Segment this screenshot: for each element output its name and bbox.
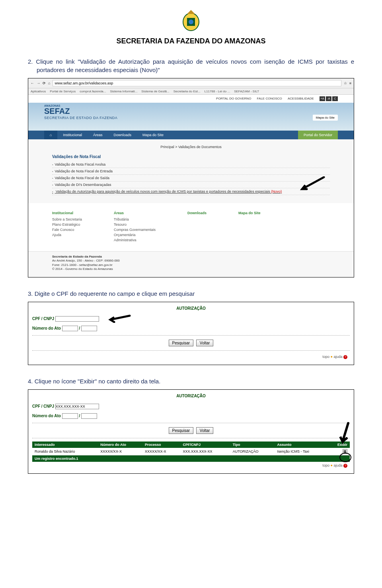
nav-areas[interactable]: Áreas [88,131,108,139]
novo-badge: (Novo) [271,189,282,193]
home-icon[interactable]: ⌂ [48,81,50,85]
th-processo: Processo [142,441,180,448]
cell-interessado: Ronaldo da Silva Nazário [32,448,98,455]
footer-link[interactable]: Tesouro [114,223,156,227]
bookmark-item[interactable]: Aplicativos [31,90,46,93]
footer-link[interactable]: Orçamentária [114,233,156,237]
bookmark-item[interactable]: Portal de Serviços [50,90,76,93]
step-3-body: Digite o CPF do requerente no campo e cl… [35,290,195,297]
sefaz-logo-text: SEFAZ [44,107,338,116]
address-l3: Fone: 2121-1600 - sefaz@sefaz.am.gov.br [52,263,330,267]
pesquisar-button[interactable]: Pesquisar [169,427,193,434]
step-3-num: 3. [28,290,33,297]
bookmark-item[interactable]: Secretaria do Est... [173,90,201,93]
footer-columns: Institucional Sobre a Secretaria Plano E… [28,203,354,251]
help-icon[interactable]: ? [343,464,347,468]
arrow-pointer-icon [337,422,353,445]
topo-link[interactable]: topo [322,355,329,359]
sefaz-banner: AMAZONAS SEFAZ SECRETARIA DE ESTADO DA F… [28,103,354,131]
footer-link[interactable]: Fale Conosco [52,228,82,232]
ato-sep: / [79,413,80,418]
url-bar[interactable]: www.sefaz.am.gov.br/validacoes.asp [53,80,341,86]
cpf-input[interactable] [55,404,99,409]
nav-forward-icon[interactable]: → [37,81,40,85]
pesquisar-button[interactable]: Pesquisar [169,340,193,346]
nav-downloads[interactable]: Downloads [108,131,137,139]
screenshot-sefaz-portal: ← → ⟳ ⌂ www.sefaz.am.gov.br/validacoes.a… [28,78,354,277]
bookmark-item[interactable]: SEFAZ/AM - SILT [234,90,259,93]
font-increase-icon[interactable]: +A [320,96,325,101]
screenshot-autorizacao-result: AUTORIZAÇÃO CPF / CNPJ Número do Ato / P… [28,389,354,474]
cell-cpf: XXX.XXX.XXX-XX [180,448,230,455]
browser-toolbar: ← → ⟳ ⌂ www.sefaz.am.gov.br/validacoes.a… [28,78,354,88]
th-assunto: Assunto [275,441,329,448]
nav-mapa-site[interactable]: Mapa do Site [137,131,169,139]
footer-link[interactable]: Compras Governamentais [114,228,156,232]
validation-link-di[interactable]: Validação de DI's Desembaraçadas [52,182,330,188]
portal-governo-link[interactable]: PORTAL DO GOVERNO [216,97,251,100]
validation-link-autorizacao-veiculos[interactable]: Validação de Autorização para aquisição … [52,188,330,195]
ato-input-2[interactable] [81,413,97,419]
step-4-body: Clique no ícone "Exibir" no canto direit… [35,378,161,385]
step-2-num: 2. [28,58,33,65]
footer-link[interactable]: Tributária [114,217,156,221]
arrow-pointer-icon [298,176,326,192]
fale-conosco-link[interactable]: FALE CONOSCO [257,97,282,100]
result-footer: Um registro encontrado.1 [32,455,350,462]
main-nav: ⌂ Institucional Áreas Downloads Mapa do … [28,131,354,139]
breadcrumb: Principal > Validações de Documentos [28,139,354,154]
th-numero-ato: Número do Ato [98,441,142,448]
nav-home[interactable]: ⌂ [44,131,57,139]
cell-tipo: AUTORIZAÇÃO [230,448,275,455]
th-interessado: Interessado [32,441,98,448]
cpf-label: CPF / CNPJ [32,316,54,320]
cell-assunto: Isenção ICMS - Taxi [275,448,329,455]
step-2-text: 2. Clique no link "Validação de Autoriza… [28,57,354,74]
mapa-site-link[interactable]: Mapa do Site [313,115,338,121]
ato-input-1[interactable] [62,413,78,419]
ato-input-2[interactable] [81,326,97,331]
footer-col-mapa: Mapa do Site [238,211,261,215]
bookmark-item[interactable]: Sistema Informati... [110,90,137,93]
footer-link[interactable]: Administrativa [114,238,156,242]
ato-label: Número do Ato [32,413,61,418]
contrast-icon[interactable]: C [332,96,338,101]
footer-link[interactable]: Sobre a Secretaria [52,217,82,221]
validation-link-avulsa[interactable]: Validação de Nota Fiscal Avulsa [52,161,330,168]
star-icon[interactable]: ☆ [344,81,347,85]
step-4-num: 4. [28,378,33,385]
topo-link[interactable]: topo [322,463,329,467]
voltar-button[interactable]: Voltar [196,427,214,434]
validation-link-text: Validação de Autorização para aquisição … [56,189,270,193]
ato-input-1[interactable] [62,326,78,331]
nav-portal-servidor[interactable]: Portal do Servidor [298,131,338,139]
nav-institucional[interactable]: Institucional [57,131,88,139]
reload-icon[interactable]: ⟳ [43,81,46,85]
voltar-button[interactable]: Voltar [196,340,214,346]
validation-link-entrada[interactable]: Validação de Nota Fiscal de Entrada [52,168,330,175]
bookmark-item[interactable]: L11788 - Lei do ... [205,90,230,93]
th-tipo: Tipo [230,441,275,448]
acessibilidade-label: ACESSIBILIDADE [288,97,314,100]
step-3-text: 3. Digite o CPF do requerente no campo e… [28,289,354,298]
bookmark-item[interactable]: Sistema de Gestã... [141,90,169,93]
auth-title: AUTORIZAÇÃO [32,394,350,398]
cpf-input[interactable] [55,316,99,322]
ato-label: Número do Ato [32,326,61,330]
bookmark-item[interactable]: comprot.fazenda... [80,90,106,93]
nav-back-icon[interactable]: ← [31,81,34,85]
dot-icon: ● [331,463,333,467]
footer-link[interactable]: Ajuda [52,233,82,237]
help-icon[interactable]: ? [343,355,347,359]
footer-link[interactable]: Plano Estratégico [52,223,82,227]
footer-address: Secretaria de Estado da Fazenda Av André… [28,251,354,277]
sefaz-subtitle: SECRETARIA DE ESTADO DA FAZENDA [44,116,338,120]
font-decrease-icon[interactable]: -A [326,96,331,101]
ajuda-link[interactable]: ajuda [333,463,342,467]
footer-col-areas: Áreas [114,211,156,215]
menu-icon[interactable]: ≡ [349,81,351,85]
address-l4: © 2014 - Governo do Estado do Amazonas [52,267,330,271]
validation-link-saida[interactable]: Validação de Nota Fiscal de Saída [52,175,330,182]
ajuda-link[interactable]: ajuda [333,355,342,359]
table-row: Ronaldo da Silva Nazário XXXXX/XX-X XXXX… [32,448,350,455]
